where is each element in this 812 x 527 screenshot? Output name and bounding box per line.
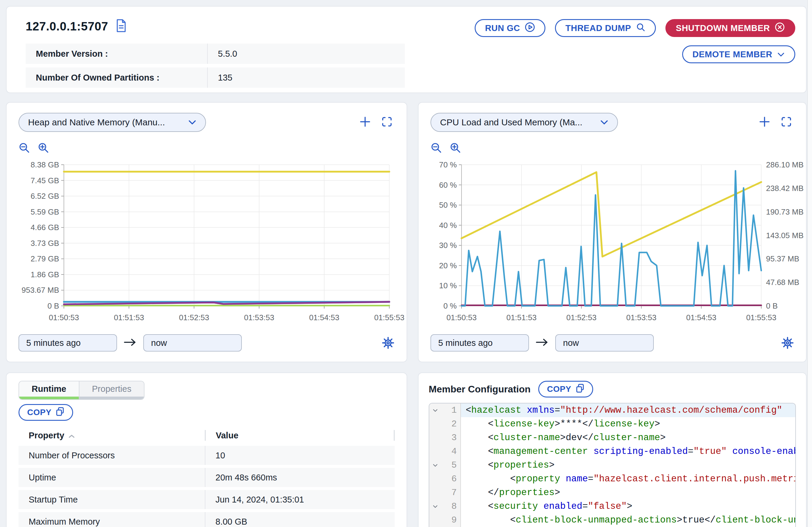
info-value: 135 <box>207 68 405 88</box>
heap-memory-chart-card: Heap and Native Memory (Manu... <box>6 102 407 362</box>
run-gc-label: RUN GC <box>485 23 520 33</box>
line-number: 3 <box>441 433 460 443</box>
copy-label: COPY <box>27 408 51 417</box>
code-text: <hazelcast xmlns="http://www.hazelcast.c… <box>461 404 795 417</box>
copy-icon <box>576 384 584 395</box>
column-header-value[interactable]: Value <box>205 430 395 441</box>
copy-icon <box>56 407 64 418</box>
chevron-down-icon <box>188 117 197 128</box>
table-row: Uptime20m 48s 660ms <box>18 468 395 487</box>
cpu-memory-chart[interactable]: 70 %60 %50 %40 %30 %20 %10 %0 %01:50:530… <box>431 161 794 323</box>
code-gutter: 7 <box>429 486 461 500</box>
line-number: 9 <box>441 515 460 525</box>
chart-time-range <box>431 334 794 352</box>
chart-settings-button[interactable] <box>781 336 794 349</box>
line-number: 6 <box>441 474 460 484</box>
thread-dump-button[interactable]: THREAD DUMP <box>555 19 656 37</box>
fold-chevron-icon[interactable] <box>429 505 441 508</box>
tab-properties[interactable]: Properties <box>79 381 144 399</box>
svg-text:286.10 MB: 286.10 MB <box>766 160 804 169</box>
zoom-out-icon[interactable] <box>18 142 30 155</box>
code-gutter: 8 <box>429 500 461 513</box>
code-text: <management-center scripting-enabled="tr… <box>461 445 795 458</box>
demote-member-button[interactable]: DEMOTE MEMBER <box>682 45 796 63</box>
runtime-table: Property Value Number of Processors10Upt… <box>18 428 395 527</box>
column-header-property[interactable]: Property <box>18 430 205 440</box>
shutdown-member-button[interactable]: SHUTDOWN MEMBER <box>665 19 795 37</box>
fold-chevron-icon[interactable] <box>429 464 441 467</box>
code-line: 7 </properties> <box>429 486 795 500</box>
metric-select[interactable]: Heap and Native Memory (Manu... <box>18 113 206 132</box>
svg-text:01:51:53: 01:51:53 <box>506 313 536 322</box>
member-summary-card: 127.0.0.1:5707 Member Version : 5.5.0 Nu… <box>6 6 807 93</box>
fullscreen-icon[interactable] <box>781 116 792 128</box>
tab-runtime[interactable]: Runtime <box>19 381 79 399</box>
fold-chevron-icon[interactable] <box>429 409 441 412</box>
svg-text:0 B: 0 B <box>47 302 59 310</box>
info-label: Member Version : <box>26 49 207 59</box>
chart-zoom-controls <box>431 142 794 155</box>
svg-text:7.45 GB: 7.45 GB <box>31 176 59 185</box>
page-scrollbar[interactable] <box>807 0 812 527</box>
member-actions: RUN GC THREAD DUMP <box>475 19 795 63</box>
play-circle-icon <box>525 22 535 34</box>
shutdown-member-label: SHUTDOWN MEMBER <box>676 23 770 33</box>
svg-text:01:53:53: 01:53:53 <box>244 313 274 322</box>
svg-text:01:50:53: 01:50:53 <box>446 313 476 322</box>
code-line: 2 <license-key>****</license-key> <box>429 417 795 431</box>
chevron-down-icon <box>777 49 785 59</box>
svg-text:190.73 MB: 190.73 MB <box>766 207 804 216</box>
svg-text:40 %: 40 % <box>439 221 457 230</box>
time-from-input[interactable] <box>431 334 529 352</box>
chart-header: Heap and Native Memory (Manu... <box>18 113 395 132</box>
code-gutter: 4 <box>429 445 461 458</box>
demote-member-label: DEMOTE MEMBER <box>693 49 772 59</box>
add-chart-button[interactable] <box>360 116 371 129</box>
svg-text:4.66 GB: 4.66 GB <box>31 223 59 232</box>
info-label: Number Of Owned Partitions : <box>26 73 207 83</box>
cpu-memory-chart-card: CPU Load and Used Memory (Ma... <box>418 102 807 362</box>
svg-text:47.68 MB: 47.68 MB <box>766 278 799 287</box>
copy-runtime-button[interactable]: COPY <box>18 404 73 421</box>
heap-memory-chart[interactable]: 8.38 GB7.45 GB6.52 GB5.59 GB4.66 GB3.73 … <box>18 161 395 323</box>
svg-text:01:55:53: 01:55:53 <box>374 313 404 322</box>
metric-select[interactable]: CPU Load and Used Memory (Ma... <box>431 113 618 132</box>
code-gutter: 2 <box>429 417 461 431</box>
tab-properties-label: Properties <box>92 384 131 394</box>
svg-text:5.59 GB: 5.59 GB <box>31 207 59 216</box>
time-to-input[interactable] <box>555 334 654 352</box>
svg-text:953.67 MB: 953.67 MB <box>21 286 59 294</box>
time-from-input[interactable] <box>18 334 117 352</box>
code-line: 1<hazelcast xmlns="http://www.hazelcast.… <box>429 404 795 417</box>
property-cell: Number of Processors <box>18 451 205 460</box>
table-row: Member Version : 5.5.0 <box>26 44 405 64</box>
add-chart-button[interactable] <box>759 116 770 129</box>
x-circle-icon <box>775 22 785 34</box>
document-icon[interactable] <box>116 19 127 33</box>
zoom-out-icon[interactable] <box>431 142 443 155</box>
table-row: Number Of Owned Partitions : 135 <box>26 68 405 88</box>
svg-text:01:53:53: 01:53:53 <box>626 313 656 322</box>
svg-text:01:52:53: 01:52:53 <box>179 313 209 322</box>
property-cell: Uptime <box>18 473 205 483</box>
zoom-in-icon[interactable] <box>38 142 49 155</box>
svg-text:6.52 GB: 6.52 GB <box>31 192 59 201</box>
svg-text:1.86 GB: 1.86 GB <box>31 270 59 279</box>
svg-text:143.05 MB: 143.05 MB <box>766 231 804 240</box>
sort-asc-icon <box>68 430 75 440</box>
line-number: 7 <box>441 488 460 498</box>
table-row: Number of Processors10 <box>18 446 395 465</box>
copy-config-button[interactable]: COPY <box>538 381 593 397</box>
time-to-input[interactable] <box>143 334 242 352</box>
page-title: 127.0.0.1:5707 <box>26 20 108 33</box>
svg-text:8.38 GB: 8.38 GB <box>31 160 59 169</box>
table-row: Startup TimeJun 14, 2024, 01:35:01 <box>18 490 395 509</box>
chart-settings-button[interactable] <box>381 336 395 349</box>
code-line: 8 <security enabled="false"> <box>429 500 795 513</box>
config-code-editor[interactable]: 1<hazelcast xmlns="http://www.hazelcast.… <box>429 403 796 527</box>
zoom-in-icon[interactable] <box>450 142 462 155</box>
line-number: 4 <box>441 447 460 457</box>
fullscreen-icon[interactable] <box>381 116 392 128</box>
run-gc-button[interactable]: RUN GC <box>475 19 546 37</box>
code-gutter: 1 <box>429 404 461 417</box>
